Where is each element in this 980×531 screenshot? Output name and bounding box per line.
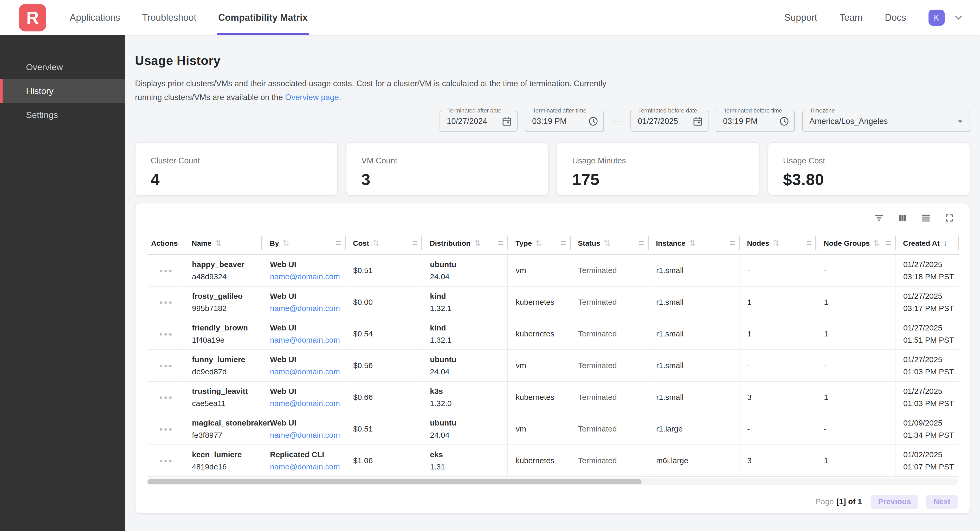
status-badge: Terminated bbox=[578, 330, 617, 338]
nav-link[interactable]: Support bbox=[784, 12, 817, 23]
avatar[interactable]: K bbox=[929, 10, 945, 26]
created-at-date: 01/27/2025 bbox=[903, 260, 959, 269]
nav-link[interactable]: Docs bbox=[885, 12, 906, 23]
distribution-name: kind bbox=[430, 323, 508, 332]
nav-tab[interactable]: Compatibility Matrix bbox=[217, 0, 309, 35]
column-header[interactable]: Actions bbox=[148, 232, 184, 255]
sidebar-item-label: History bbox=[26, 86, 54, 96]
cost-value: $1.06 bbox=[353, 456, 373, 465]
nav-tab[interactable]: Troubleshoot bbox=[141, 0, 197, 35]
sort-icon[interactable]: ⇅ bbox=[536, 239, 542, 247]
stat-value: 175 bbox=[572, 170, 759, 189]
row-actions-button[interactable] bbox=[156, 361, 175, 371]
column-drag-handle-icon[interactable]: = bbox=[560, 238, 566, 249]
column-header[interactable]: Instance⇅ = bbox=[648, 232, 739, 255]
column-label: Actions bbox=[151, 239, 178, 247]
table-row: funny_lumiere de9ed87d Web UI name@domai… bbox=[148, 350, 959, 381]
created-by-email-link[interactable]: name@domain.com bbox=[270, 431, 345, 439]
clock-icon[interactable] bbox=[588, 116, 599, 127]
dropdown-caret-icon[interactable] bbox=[955, 116, 966, 127]
table-toolbar bbox=[148, 203, 958, 223]
created-by-email-link[interactable]: name@domain.com bbox=[270, 463, 345, 471]
logo-letter: R bbox=[26, 8, 39, 27]
sort-icon[interactable]: ↓ bbox=[943, 238, 948, 247]
row-actions-button[interactable] bbox=[156, 425, 175, 434]
table-header-row: Actions Name⇅ By⇅ bbox=[148, 232, 959, 255]
column-drag-handle-icon[interactable]: = bbox=[638, 238, 644, 249]
row-actions-button[interactable] bbox=[156, 266, 175, 276]
sort-icon[interactable]: ⇅ bbox=[773, 239, 780, 247]
column-drag-handle-icon[interactable]: = bbox=[886, 238, 891, 249]
created-by-email-link[interactable]: name@domain.com bbox=[270, 272, 345, 281]
cost-value: $0.51 bbox=[353, 425, 373, 433]
column-header[interactable]: Distribution⇅ = bbox=[422, 232, 508, 255]
usage-history-table: Actions Name⇅ By⇅ bbox=[148, 232, 959, 477]
chevron-down-icon[interactable] bbox=[953, 12, 964, 24]
timezone-select[interactable]: Timezone America/Los_Angeles bbox=[802, 111, 970, 132]
sort-icon[interactable]: ⇅ bbox=[373, 239, 379, 247]
terminated-after-date-input[interactable] bbox=[440, 117, 501, 126]
sort-icon[interactable]: ⇅ bbox=[474, 239, 480, 247]
sidebar-item[interactable]: Overview bbox=[0, 55, 125, 79]
fullscreen-icon[interactable] bbox=[944, 213, 955, 223]
page-value: [1] of 1 bbox=[837, 497, 862, 506]
created-by-email-link[interactable]: name@domain.com bbox=[270, 367, 345, 376]
column-drag-handle-icon[interactable]: = bbox=[412, 238, 418, 249]
column-header[interactable]: Type⇅ = bbox=[508, 232, 570, 255]
calendar-icon[interactable] bbox=[692, 116, 703, 127]
description-period: . bbox=[339, 93, 341, 102]
next-page-button[interactable]: Next bbox=[926, 495, 958, 509]
stat-value: $3.80 bbox=[783, 170, 970, 189]
row-actions-button[interactable] bbox=[156, 456, 175, 466]
stat-value: 3 bbox=[361, 170, 548, 189]
column-header[interactable]: By⇅ = bbox=[262, 232, 345, 255]
column-drag-handle-icon[interactable]: = bbox=[806, 238, 812, 249]
column-header[interactable]: Node Groups⇅ = bbox=[816, 232, 895, 255]
app-window: R Applications Troubleshoot Compatibilit… bbox=[0, 0, 980, 531]
previous-page-button[interactable]: Previous bbox=[871, 495, 918, 509]
nav-tab-label: Troubleshoot bbox=[142, 12, 196, 23]
show-hide-columns-icon[interactable] bbox=[897, 213, 908, 223]
column-header[interactable]: Nodes⇅ = bbox=[739, 232, 816, 255]
sidebar-item[interactable]: History bbox=[0, 79, 125, 103]
cluster-id: 995b7182 bbox=[192, 304, 262, 313]
created-by-email-link[interactable]: name@domain.com bbox=[270, 304, 345, 313]
sort-icon[interactable]: ⇅ bbox=[283, 239, 289, 247]
column-header[interactable]: Status⇅ = bbox=[570, 232, 648, 255]
horizontal-scrollbar[interactable] bbox=[148, 478, 958, 485]
column-drag-handle-icon[interactable]: = bbox=[498, 238, 504, 249]
terminated-before-time-input[interactable] bbox=[716, 117, 779, 126]
terminated-before-date-input[interactable] bbox=[631, 117, 692, 126]
nav-link[interactable]: Team bbox=[840, 12, 862, 23]
scrollbar-thumb[interactable] bbox=[148, 479, 642, 484]
column-header[interactable]: Created At↓ bbox=[895, 232, 959, 255]
sidebar-item[interactable]: Settings bbox=[0, 103, 125, 127]
sidebar-item-label: Overview bbox=[26, 62, 63, 72]
overview-page-link[interactable]: Overview page bbox=[285, 93, 339, 102]
column-header[interactable]: Name⇅ bbox=[184, 232, 262, 255]
sort-icon[interactable]: ⇅ bbox=[873, 239, 880, 247]
sort-icon[interactable]: ⇅ bbox=[604, 239, 611, 247]
created-by-email-link[interactable]: name@domain.com bbox=[270, 399, 345, 408]
column-header[interactable]: Cost⇅ = bbox=[345, 232, 422, 255]
nodes-value: 3 bbox=[747, 393, 752, 401]
nav-tab[interactable]: Applications bbox=[68, 0, 121, 35]
terminated-after-time-input[interactable] bbox=[525, 117, 588, 126]
status-badge: Terminated bbox=[578, 425, 617, 433]
column-drag-handle-icon[interactable]: = bbox=[336, 238, 341, 249]
created-by-source: Web UI bbox=[270, 323, 345, 332]
row-actions-button[interactable] bbox=[156, 330, 175, 339]
filter-icon[interactable] bbox=[874, 213, 884, 223]
created-at-time: 01:03 PM PST bbox=[903, 367, 959, 376]
density-icon[interactable] bbox=[921, 213, 931, 223]
column-drag-handle-icon[interactable]: = bbox=[730, 238, 735, 249]
calendar-icon[interactable] bbox=[501, 116, 512, 127]
row-actions-button[interactable] bbox=[156, 298, 175, 308]
clock-icon[interactable] bbox=[779, 116, 790, 127]
row-actions-button[interactable] bbox=[156, 393, 175, 403]
created-by-email-link[interactable]: name@domain.com bbox=[270, 336, 345, 344]
sort-icon[interactable]: ⇅ bbox=[689, 239, 696, 247]
replicated-logo[interactable]: R bbox=[19, 4, 46, 32]
sort-icon[interactable]: ⇅ bbox=[215, 239, 221, 247]
distribution-name: ubuntu bbox=[430, 260, 508, 269]
